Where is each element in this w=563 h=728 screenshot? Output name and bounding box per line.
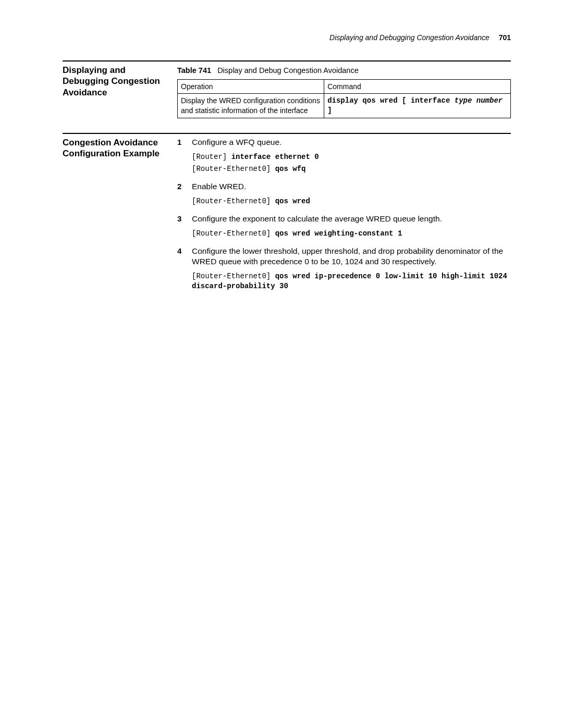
table-label: Table 741 <box>177 66 211 75</box>
command-table: Operation Command Display the WRED confi… <box>177 79 511 119</box>
running-header: Displaying and Debugging Congestion Avoi… <box>63 33 511 42</box>
code-line: [Router-Ethernet0] qos wred <box>192 196 511 206</box>
table-header-row: Operation Command <box>178 79 511 94</box>
step-item: Enable WRED.[Router-Ethernet0] qos wred <box>177 181 511 206</box>
col-command: Command <box>324 79 511 94</box>
cell-command: display qos wred [ interface type number… <box>324 94 511 118</box>
section-heading: Displaying and Debugging Congestion Avoi… <box>63 65 165 98</box>
cell-operation: Display the WRED configuration condition… <box>178 94 324 118</box>
step-text: Configure the exponent to calculate the … <box>192 214 511 225</box>
code-line: [Router-Ethernet0] qos wfq <box>192 164 511 174</box>
table-row: Display the WRED configuration condition… <box>178 94 511 118</box>
cmd-keyword-end: ] <box>327 106 332 115</box>
document-page: Displaying and Debugging Congestion Avoi… <box>0 0 563 728</box>
page-number: 701 <box>499 33 511 42</box>
cmd-keyword: display qos wred [ interface <box>327 96 455 105</box>
col-operation: Operation <box>178 79 324 94</box>
table-title: Display and Debug Congestion Avoidance <box>217 66 359 75</box>
section-heading: Congestion Avoidance Configuration Examp… <box>63 137 165 159</box>
step-item: Configure the lower threshold, upper thr… <box>177 246 511 292</box>
cmd-arg-number: number <box>476 96 503 105</box>
code-line: [Router-Ethernet0] qos wred ip-precedenc… <box>192 272 511 291</box>
step-item: Configure the exponent to calculate the … <box>177 214 511 239</box>
code-line: [Router-Ethernet0] qos wred weighting-co… <box>192 229 511 239</box>
section-body: Table 741 Display and Debug Congestion A… <box>177 65 511 118</box>
section-display-debug: Displaying and Debugging Congestion Avoi… <box>63 65 511 118</box>
section-rule <box>63 133 511 134</box>
code-line: [Router] interface ethernet 0 <box>192 152 511 162</box>
step-text: Configure a WFQ queue. <box>192 137 511 148</box>
step-text: Enable WRED. <box>192 181 511 192</box>
cmd-arg-type: type <box>455 96 472 105</box>
section-body: Configure a WFQ queue.[Router] interface… <box>177 137 511 299</box>
steps-list: Configure a WFQ queue.[Router] interface… <box>177 137 511 291</box>
step-item: Configure a WFQ queue.[Router] interface… <box>177 137 511 174</box>
table-caption: Table 741 Display and Debug Congestion A… <box>177 66 511 76</box>
section-rule <box>63 60 511 61</box>
section-config-example: Congestion Avoidance Configuration Examp… <box>63 137 511 299</box>
running-title: Displaying and Debugging Congestion Avoi… <box>329 33 489 42</box>
step-text: Configure the lower threshold, upper thr… <box>192 246 511 268</box>
